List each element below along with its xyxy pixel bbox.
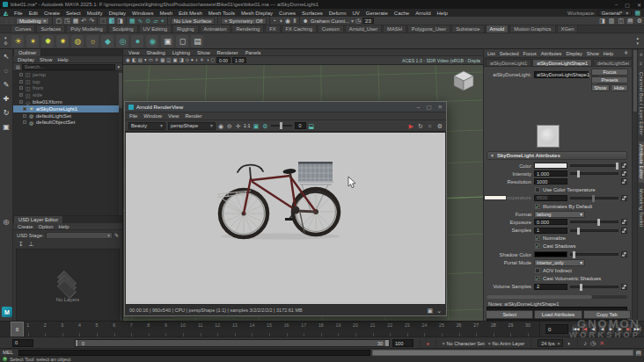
zoom-tool-icon[interactable]: ◎: [2, 217, 11, 227]
account-menu[interactable]: ☻ Graham Cunni...▾ ◷ 23: [303, 18, 374, 24]
shaded-icon[interactable]: ●: [191, 58, 194, 62]
outliner-item-side[interactable]: ◫side: [13, 91, 122, 98]
skydome-attributes-section[interactable]: ▼ SkyDomeLight Attributes: [487, 151, 627, 160]
debug-value-field[interactable]: 0: [295, 122, 306, 129]
bookmark-icon[interactable]: ▾: [144, 58, 147, 62]
snapshot-icon[interactable]: ◉: [218, 123, 223, 129]
render-icon[interactable]: ▣: [161, 35, 173, 47]
sidebar-tab-channel-box-layer-editor[interactable]: Channel Box / Layer Editor: [639, 69, 644, 138]
anim-end-field[interactable]: 100: [392, 339, 413, 347]
aov-dropdown[interactable]: Beauty▾: [128, 122, 165, 130]
shadow-color-slider[interactable]: [570, 253, 618, 256]
menu-mesh-tools[interactable]: Mesh Tools: [209, 11, 235, 16]
shelf-tab-fx-caching[interactable]: FX Caching: [282, 25, 317, 33]
gpu-cache-icon[interactable]: ◎: [116, 35, 128, 47]
viewport-menu-renderer[interactable]: Renderer: [217, 50, 238, 55]
menu-cache[interactable]: Cache: [394, 11, 409, 16]
play-backwards-button[interactable]: ◀: [598, 323, 606, 335]
shelf-gear-icon[interactable]: ⚙: [4, 41, 7, 46]
shelf-tab-rendering[interactable]: Rendering: [231, 25, 264, 33]
visibility-toggle[interactable]: [19, 86, 23, 90]
render-current-frame-icon[interactable]: ◑: [279, 18, 282, 24]
shelf-tab-animation[interactable]: Animation: [200, 25, 231, 33]
shadow-color-swatch[interactable]: [534, 251, 567, 257]
area-light-icon[interactable]: ✶: [26, 35, 39, 47]
temperature-swatch[interactable]: [484, 195, 507, 200]
grid-icon[interactable]: ▦: [160, 58, 165, 62]
range-track[interactable]: 0 30: [75, 339, 390, 347]
select-tool-icon[interactable]: ↖: [2, 52, 11, 62]
attribute-editor-toggle-icon[interactable]: ◫: [618, 18, 624, 24]
renderview-menu-view[interactable]: View: [168, 113, 179, 119]
shelf-tab-uv-editing[interactable]: UV Editing: [139, 25, 172, 33]
shelf-tab-motion-graphics[interactable]: Motion Graphics: [509, 25, 555, 33]
colorspace-label[interactable]: ACES 1.0 - SDR Video (sRGB - Displa: [402, 58, 480, 63]
outliner-item-defaultobjectset[interactable]: ◍defaultObjectSet: [13, 119, 122, 127]
start-render-icon[interactable]: ▶: [409, 123, 413, 129]
pin-icon[interactable]: ✛: [639, 52, 642, 57]
debug-slider[interactable]: [271, 125, 292, 127]
exposure-field[interactable]: 0.00: [216, 57, 231, 63]
cast-volumetric-shadows-checkbox[interactable]: ✓: [535, 276, 540, 281]
viewport-menu-view[interactable]: View: [128, 50, 139, 55]
shadow-color-map-button[interactable]: [621, 251, 627, 257]
menu-create[interactable]: Create: [44, 11, 60, 16]
menu-arnold[interactable]: Arnold: [415, 11, 430, 16]
mel-toggle[interactable]: MEL: [3, 350, 17, 355]
ae-tab-defaultlightset[interactable]: defaultLightSet: [593, 59, 632, 66]
abort-render-icon[interactable]: ✕: [428, 123, 433, 129]
paint-select-tool-icon[interactable]: ✎: [2, 80, 11, 90]
visibility-toggle[interactable]: [19, 93, 23, 97]
shelf-tab-substance[interactable]: Substance: [451, 25, 484, 33]
color-swatch[interactable]: [534, 163, 567, 169]
wireframe-icon[interactable]: ◇: [186, 58, 189, 62]
textured-icon[interactable]: ◐: [195, 58, 198, 62]
lights-icon[interactable]: ☀: [200, 58, 204, 62]
shelf-scroll-down-icon[interactable]: ▾: [636, 41, 639, 46]
pin-stage-icon[interactable]: ⊥: [28, 241, 33, 247]
auto-keyframe-icon[interactable]: ⬧: [427, 341, 429, 346]
image-plane-icon[interactable]: ▭: [149, 58, 153, 62]
step-back-key-button[interactable]: |◀: [581, 323, 589, 335]
filter-icon[interactable]: ▾: [117, 65, 120, 69]
two-d-pan-zoom-icon[interactable]: ✛: [155, 58, 159, 62]
usd-menu-create[interactable]: Create: [18, 224, 33, 229]
shelf-tab-mash[interactable]: MASH: [383, 25, 406, 33]
ae-tab-aiskydomelightshape1[interactable]: aiSkyDomeLightShape1: [532, 59, 592, 66]
intensity-map-button[interactable]: [621, 170, 627, 177]
no-live-surface-button[interactable]: No Live Surface: [171, 18, 216, 25]
outliner-item-front[interactable]: ◫front: [13, 85, 122, 92]
gate-mask-icon[interactable]: ◨: [179, 58, 184, 62]
viewport-menu-show[interactable]: Show: [197, 50, 210, 55]
timeline-track[interactable]: 1234567891011121314151617181920212223242…: [0, 322, 540, 337]
renderview-menu-render[interactable]: Render: [185, 113, 201, 119]
save-scene-icon[interactable]: ▦: [73, 18, 79, 24]
channel-box-toggle-icon[interactable]: ▥: [609, 18, 615, 24]
time-slider[interactable]: 1234567891011121314151617181920212223242…: [0, 321, 644, 337]
presets-button[interactable]: Presets: [591, 76, 628, 83]
ae-menu-selected[interactable]: Selected: [500, 51, 519, 56]
ipr-render-icon[interactable]: ◻: [176, 35, 188, 47]
timeline-playhead[interactable]: 0: [11, 322, 24, 337]
outliner-menu-display[interactable]: Display: [18, 57, 34, 62]
menu-curves[interactable]: Curves: [279, 11, 296, 16]
renderview-menu-window[interactable]: Window: [143, 113, 162, 119]
maximize-button[interactable]: ▢: [625, 2, 630, 8]
ae-menu-display[interactable]: Display: [566, 51, 582, 56]
usd-menu-option[interactable]: Option: [38, 224, 53, 229]
sidebar-tab-attribute-editor[interactable]: Attribute Editor: [639, 141, 644, 182]
exposure-slider[interactable]: [570, 221, 618, 223]
shelf-tab-polygons-user[interactable]: Polygons_User: [407, 25, 450, 33]
samples-slider[interactable]: [570, 229, 618, 232]
workspace-grid-icon[interactable]: ▦: [634, 10, 640, 16]
load-layer-icon[interactable]: ↧: [18, 241, 24, 247]
shelf-tab-custom[interactable]: Custom: [318, 25, 344, 33]
command-input[interactable]: [18, 350, 370, 356]
pause-icon[interactable]: Ⅱ: [293, 18, 296, 24]
shelf-tab-fx[interactable]: FX: [265, 25, 280, 33]
menu-modify[interactable]: Modify: [87, 11, 103, 16]
show-button[interactable]: Show: [591, 84, 610, 91]
light-portal-icon[interactable]: ◍: [71, 35, 84, 47]
select-hierarchy-icon[interactable]: ⬚: [100, 18, 106, 24]
outliner-scrollbar[interactable]: [119, 71, 122, 215]
